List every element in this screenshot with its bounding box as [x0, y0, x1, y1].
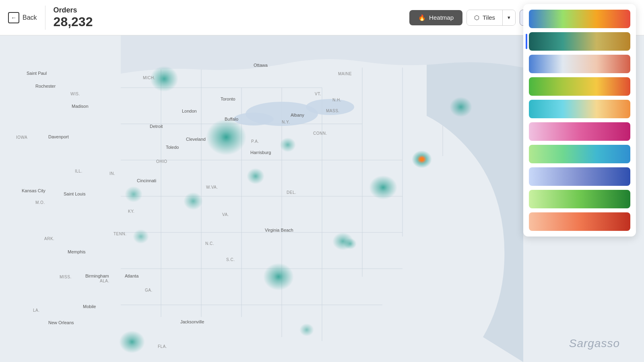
orders-count: 28,232 — [54, 14, 93, 29]
color-swatch-2[interactable] — [529, 32, 630, 51]
orders-title: Orders — [54, 6, 93, 14]
back-button[interactable]: ← Back — [8, 12, 37, 23]
color-swatch-6[interactable] — [529, 122, 630, 141]
header-divider — [45, 6, 45, 30]
tiles-button[interactable]: ⬡ Tiles — [467, 10, 502, 25]
sargasso-label: Sargasso — [569, 337, 620, 350]
hexagon-icon: ⬡ — [474, 14, 479, 21]
svg-point-22 — [233, 113, 274, 125]
color-swatch-7[interactable] — [529, 145, 630, 163]
back-label: Back — [23, 14, 37, 21]
color-swatch-5[interactable] — [529, 100, 630, 118]
tiles-group: ⬡ Tiles ▾ — [466, 10, 516, 26]
svg-point-21 — [306, 99, 354, 115]
color-panel — [523, 4, 636, 237]
tiles-label: Tiles — [483, 14, 495, 21]
heatmap-label: Heatmap — [429, 14, 454, 21]
color-swatch-3[interactable] — [529, 55, 630, 73]
color-swatch-9[interactable] — [529, 190, 630, 208]
back-icon: ← — [8, 12, 19, 23]
color-swatch-10[interactable] — [529, 212, 630, 231]
flame-icon: 🔥 — [418, 14, 426, 21]
color-swatch-4[interactable] — [529, 77, 630, 96]
orders-section: Orders 28,232 — [54, 6, 93, 29]
color-swatch-1[interactable] — [529, 10, 630, 28]
tiles-dropdown-arrow[interactable]: ▾ — [502, 10, 515, 25]
heatmap-button[interactable]: 🔥 Heatmap — [409, 10, 462, 25]
color-swatch-8[interactable] — [529, 167, 630, 186]
